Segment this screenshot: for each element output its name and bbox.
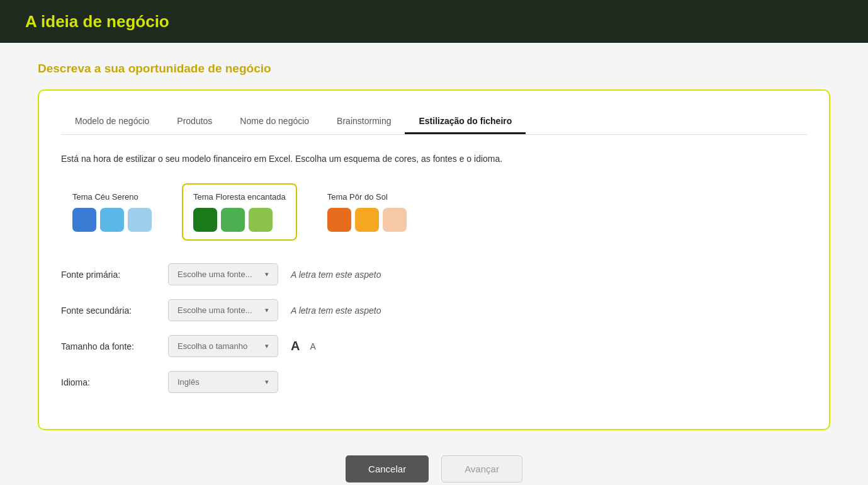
font-size-small-a: A xyxy=(310,341,315,351)
swatch-sky-2 xyxy=(100,208,124,232)
theme-sunset-label: Tema Pôr do Sol xyxy=(327,192,407,202)
tab-modelo[interactable]: Modelo de negócio xyxy=(61,110,163,134)
chevron-down-icon: ▾ xyxy=(265,378,269,386)
app-title: A ideia de negócio xyxy=(25,12,169,31)
primary-font-hint: A letra tem este aspeto xyxy=(291,270,381,280)
swatch-forest-3 xyxy=(249,208,273,232)
swatch-sunset-3 xyxy=(383,208,407,232)
secondary-font-select[interactable]: Escolhe uma fonte... ▾ xyxy=(168,299,278,321)
font-size-large-a: A xyxy=(291,339,300,353)
swatch-forest-1 xyxy=(193,208,217,232)
theme-forest-swatches xyxy=(193,208,286,232)
primary-font-select[interactable]: Escolhe uma fonte... ▾ xyxy=(168,263,278,285)
chevron-down-icon: ▾ xyxy=(265,306,269,314)
tab-bar: Modelo de negócio Produtos Nome do negóc… xyxy=(61,110,807,135)
font-size-row: Tamanho da fonte: Escolha o tamanho ▾ A … xyxy=(61,335,807,357)
swatch-forest-2 xyxy=(221,208,245,232)
description-text: Está na hora de estilizar o seu modelo f… xyxy=(61,152,807,166)
secondary-font-placeholder: Escolhe uma fonte... xyxy=(178,305,252,315)
theme-sky[interactable]: Tema Céu Sereno xyxy=(61,183,163,241)
tab-brainstorming[interactable]: Brainstorming xyxy=(323,110,405,134)
secondary-font-label: Fonte secundária: xyxy=(61,305,168,316)
primary-font-row: Fonte primária: Escolhe uma fonte... ▾ A… xyxy=(61,263,807,285)
themes-row: Tema Céu Sereno Tema Floresta encantada xyxy=(61,183,807,241)
primary-font-label: Fonte primária: xyxy=(61,270,168,280)
theme-sky-swatches xyxy=(72,208,152,232)
theme-forest-label: Tema Floresta encantada xyxy=(193,192,286,202)
theme-sunset-swatches xyxy=(327,208,407,232)
advance-button: Avançar xyxy=(441,455,522,482)
footer: Cancelar Avançar xyxy=(0,443,868,485)
swatch-sky-1 xyxy=(72,208,96,232)
main-card: Modelo de negócio Produtos Nome do negóc… xyxy=(38,89,830,430)
font-size-hints: A A xyxy=(291,339,316,353)
theme-sky-label: Tema Céu Sereno xyxy=(72,192,152,202)
primary-font-placeholder: Escolhe uma fonte... xyxy=(178,270,252,279)
language-value: Inglês xyxy=(178,377,200,387)
swatch-sunset-1 xyxy=(327,208,351,232)
font-size-label: Tamanho da fonte: xyxy=(61,341,168,351)
tab-produtos[interactable]: Produtos xyxy=(163,110,226,134)
swatch-sunset-2 xyxy=(355,208,379,232)
language-label: Idioma: xyxy=(61,377,168,387)
header: A ideia de negócio xyxy=(0,0,868,43)
page-subtitle: Descreva a sua oportunidade de negócio xyxy=(38,62,830,76)
secondary-font-hint: A letra tem este aspeto xyxy=(291,305,381,316)
main-content: Descreva a sua oportunidade de negócio M… xyxy=(0,43,868,443)
chevron-down-icon: ▾ xyxy=(265,342,269,350)
secondary-font-row: Fonte secundária: Escolhe uma fonte... ▾… xyxy=(61,299,807,321)
tab-nome[interactable]: Nome do negócio xyxy=(226,110,323,134)
font-size-placeholder: Escolha o tamanho xyxy=(178,341,247,351)
cancel-button[interactable]: Cancelar xyxy=(346,455,429,482)
font-size-select[interactable]: Escolha o tamanho ▾ xyxy=(168,335,278,357)
tab-estilizacao[interactable]: Estilização do ficheiro xyxy=(405,110,526,134)
theme-sunset[interactable]: Tema Pôr do Sol xyxy=(316,183,418,241)
language-select[interactable]: Inglês ▾ xyxy=(168,371,278,393)
language-row: Idioma: Inglês ▾ xyxy=(61,371,807,393)
swatch-sky-3 xyxy=(128,208,152,232)
chevron-down-icon: ▾ xyxy=(265,270,269,278)
theme-forest[interactable]: Tema Floresta encantada xyxy=(182,183,297,241)
